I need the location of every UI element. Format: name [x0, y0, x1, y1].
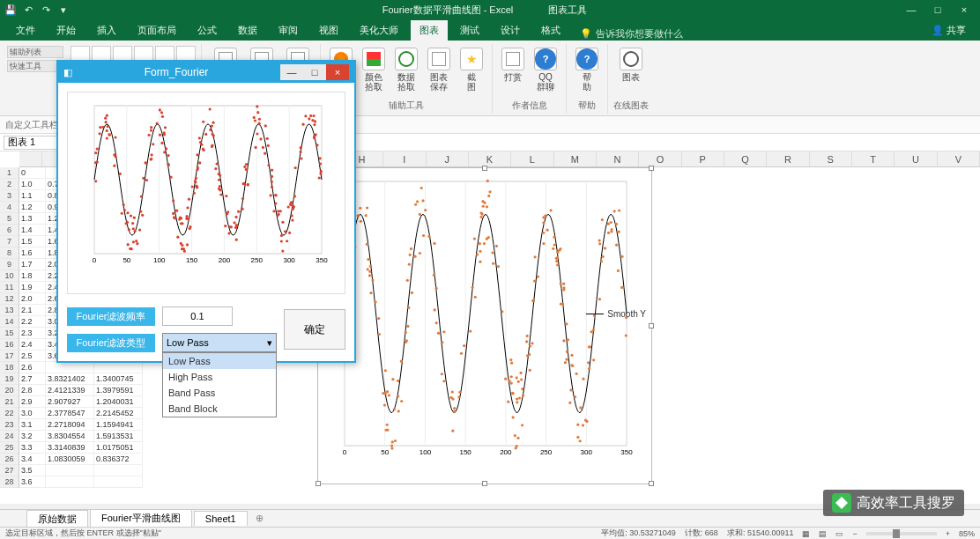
- resize-handle[interactable]: [316, 481, 321, 486]
- col-header[interactable]: Q: [724, 151, 767, 166]
- zoom-in-button[interactable]: +: [946, 529, 950, 538]
- row-header[interactable]: 18: [0, 362, 19, 373]
- cell[interactable]: 1.7: [19, 259, 46, 270]
- ribbon-button[interactable]: QQ 群聊: [531, 46, 561, 93]
- cell[interactable]: 1.3400745: [94, 373, 143, 385]
- view-normal-icon[interactable]: ▦: [802, 529, 810, 538]
- view-break-icon[interactable]: ▭: [835, 529, 843, 538]
- cell[interactable]: 2.9: [19, 396, 46, 408]
- ribbon-button[interactable]: 图表 保存: [424, 46, 454, 93]
- cell[interactable]: 3.4: [19, 454, 46, 465]
- tab-design[interactable]: 设计: [492, 20, 529, 41]
- tab-home[interactable]: 开始: [48, 20, 85, 41]
- cell[interactable]: 1.2040031: [94, 396, 143, 408]
- tab-format[interactable]: 格式: [532, 20, 569, 41]
- ribbon-button[interactable]: 截 图: [457, 46, 486, 93]
- fourier-dialog[interactable]: ◧ Form_Fourier — □ × 0501001502002503003…: [56, 60, 356, 363]
- row-header[interactable]: 16: [0, 339, 19, 351]
- close-button[interactable]: ×: [952, 4, 976, 15]
- cell[interactable]: [94, 476, 143, 488]
- tab-chart[interactable]: 图表: [411, 20, 448, 41]
- row-header[interactable]: 7: [0, 236, 19, 247]
- ribbon-button[interactable]: 颜色 拾取: [359, 46, 389, 93]
- filter-type-combo[interactable]: Low Pass▾ Low Pass High Pass Band Pass B…: [162, 333, 277, 352]
- cell[interactable]: 2.7: [19, 373, 46, 385]
- freq-input[interactable]: [162, 306, 233, 326]
- ribbon-button[interactable]: 数据 拾取: [391, 46, 421, 93]
- cell[interactable]: 1.8: [19, 270, 46, 282]
- row-header[interactable]: 25: [0, 442, 19, 454]
- cell[interactable]: 2.2145452: [94, 408, 143, 419]
- cell[interactable]: 3.8321402: [46, 373, 94, 385]
- cell[interactable]: [46, 362, 94, 373]
- tab-formulas[interactable]: 公式: [189, 20, 226, 41]
- tab-view[interactable]: 视图: [310, 20, 347, 41]
- option-low-pass[interactable]: Low Pass: [163, 353, 276, 369]
- cell[interactable]: 1.6: [19, 247, 46, 259]
- cell[interactable]: 2.2718094: [46, 419, 94, 431]
- cell[interactable]: 1.0830059: [46, 454, 94, 465]
- tab-test[interactable]: 测试: [451, 20, 488, 41]
- cell[interactable]: 2.5: [19, 351, 46, 362]
- row-header[interactable]: 15: [0, 328, 19, 339]
- tab-review[interactable]: 审阅: [270, 20, 307, 41]
- cell[interactable]: 2.6: [19, 362, 46, 373]
- cell[interactable]: 1.3979591: [94, 385, 143, 396]
- cell[interactable]: 0: [19, 167, 46, 179]
- new-sheet-button[interactable]: ⊕: [253, 513, 267, 524]
- tab-layout[interactable]: 页面布局: [129, 20, 185, 41]
- row-header[interactable]: 27: [0, 465, 19, 476]
- row-header[interactable]: 8: [0, 247, 19, 259]
- dialog-close-button[interactable]: ×: [326, 64, 349, 80]
- cell[interactable]: 2.3: [19, 328, 46, 339]
- dialog-maximize-button[interactable]: □: [303, 64, 326, 80]
- row-header[interactable]: 21: [0, 396, 19, 408]
- dialog-titlebar[interactable]: ◧ Form_Fourier — □ ×: [58, 62, 354, 83]
- row-header[interactable]: 22: [0, 408, 19, 419]
- zoom-slider[interactable]: [866, 532, 937, 535]
- undo-icon[interactable]: ↶: [21, 3, 35, 17]
- col-header[interactable]: P: [682, 151, 724, 166]
- cell[interactable]: 3.2: [19, 431, 46, 442]
- resize-handle[interactable]: [649, 166, 654, 171]
- redo-icon[interactable]: ↷: [39, 3, 53, 17]
- qat-more-icon[interactable]: ▾: [56, 3, 71, 17]
- tab-data[interactable]: 数据: [229, 20, 266, 41]
- cell[interactable]: 1.1594941: [94, 419, 143, 431]
- dialog-minimize-button[interactable]: —: [280, 64, 303, 80]
- ribbon-button[interactable]: 帮 助: [572, 46, 602, 93]
- col-header[interactable]: N: [597, 151, 639, 166]
- cell[interactable]: 3.3140839: [46, 442, 94, 454]
- row-header[interactable]: 24: [0, 431, 19, 442]
- cell[interactable]: 1.1: [19, 190, 46, 202]
- row-header[interactable]: 10: [0, 270, 19, 282]
- col-header[interactable]: T: [852, 151, 895, 166]
- cell[interactable]: 2.8: [19, 385, 46, 396]
- row-header[interactable]: 26: [0, 454, 19, 465]
- resize-handle[interactable]: [482, 481, 487, 486]
- row-header[interactable]: 1: [0, 167, 19, 179]
- row-header[interactable]: 14: [0, 316, 19, 328]
- col-header[interactable]: O: [639, 151, 681, 166]
- cell[interactable]: 2.1: [19, 305, 46, 316]
- row-header[interactable]: 12: [0, 293, 19, 305]
- share-button[interactable]: 👤 共享: [924, 20, 973, 41]
- cell[interactable]: 3.3: [19, 442, 46, 454]
- col-header[interactable]: I: [383, 151, 426, 166]
- cell[interactable]: 1.9: [19, 282, 46, 293]
- cell[interactable]: [94, 465, 143, 476]
- minimize-button[interactable]: —: [899, 4, 924, 15]
- cell[interactable]: 1.0: [19, 179, 46, 190]
- tab-beautify[interactable]: 美化大师: [351, 20, 407, 41]
- row-header[interactable]: 23: [0, 419, 19, 431]
- col-header[interactable]: M: [554, 151, 597, 166]
- row-header[interactable]: 4: [0, 202, 19, 213]
- col-header[interactable]: K: [469, 151, 511, 166]
- embedded-chart[interactable]: 050100150200250300350 Smooth Y: [317, 167, 652, 484]
- row-header[interactable]: 28: [0, 476, 19, 488]
- col-header[interactable]: J: [427, 151, 469, 166]
- row-header[interactable]: 13: [0, 305, 19, 316]
- maximize-button[interactable]: □: [925, 4, 950, 15]
- tab-insert[interactable]: 插入: [88, 20, 125, 41]
- cell[interactable]: 1.3: [19, 213, 46, 225]
